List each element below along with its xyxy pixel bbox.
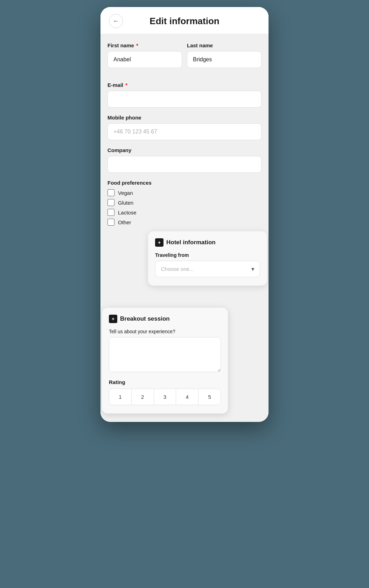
header: ← Edit information: [100, 7, 269, 34]
company-input[interactable]: [107, 156, 262, 173]
page-title: Edit information: [123, 16, 260, 27]
last-name-label: Last name: [187, 42, 262, 48]
email-label: E-mail *: [107, 82, 262, 88]
food-preferences-section: Food preferences Vegan Gluten Lactose Ot…: [107, 180, 262, 226]
back-arrow-icon: ←: [113, 18, 119, 25]
rating-5[interactable]: 5: [199, 389, 221, 405]
hotel-plus-icon: +: [155, 238, 163, 247]
gluten-label: Gluten: [118, 200, 133, 206]
first-name-input[interactable]: [107, 51, 182, 68]
rating-row: 1 2 3 4 5: [109, 389, 221, 405]
breakout-card-title: + Breakout session: [109, 315, 221, 323]
food-preferences-label: Food preferences: [107, 180, 262, 186]
hotel-card: + Hotel information Traveling from Choos…: [148, 231, 267, 286]
food-gluten-item[interactable]: Gluten: [107, 199, 262, 206]
name-row: First name * Last name: [107, 42, 262, 75]
other-label: Other: [118, 219, 131, 225]
mobile-phone-input[interactable]: [107, 123, 262, 140]
first-name-group: First name *: [107, 42, 182, 68]
experience-label: Tell us about your experience?: [109, 329, 221, 334]
last-name-input[interactable]: [187, 51, 262, 68]
traveling-from-label: Traveling from: [155, 252, 260, 258]
company-label: Company: [107, 147, 262, 153]
food-other-item[interactable]: Other: [107, 219, 262, 226]
gluten-checkbox[interactable]: [107, 199, 114, 206]
company-group: Company: [107, 147, 262, 173]
first-name-label: First name *: [107, 42, 182, 48]
email-input[interactable]: [107, 91, 262, 108]
vegan-checkbox[interactable]: [107, 189, 114, 196]
experience-textarea[interactable]: [109, 337, 221, 372]
other-checkbox[interactable]: [107, 219, 114, 226]
mobile-phone-group: Mobile phone: [107, 115, 262, 140]
rating-label: Rating: [109, 379, 221, 385]
rating-1[interactable]: 1: [109, 389, 132, 405]
hotel-card-title: + Hotel information: [155, 238, 260, 247]
food-vegan-item[interactable]: Vegan: [107, 189, 262, 196]
traveling-from-select-wrapper: Choose one... ▼: [155, 261, 260, 277]
cards-area: + Hotel information Traveling from Choos…: [107, 231, 262, 413]
lactose-checkbox[interactable]: [107, 209, 114, 216]
traveling-from-select[interactable]: Choose one...: [155, 261, 260, 277]
food-lactose-item[interactable]: Lactose: [107, 209, 262, 216]
rating-3[interactable]: 3: [154, 389, 176, 405]
last-name-group: Last name: [187, 42, 262, 68]
breakout-card: + Breakout session Tell us about your ex…: [102, 308, 228, 413]
breakout-plus-icon: +: [109, 315, 117, 323]
form-body: First name * Last name E-mail * Mobile p…: [100, 34, 269, 422]
rating-2[interactable]: 2: [132, 389, 154, 405]
mobile-phone-label: Mobile phone: [107, 115, 262, 121]
lactose-label: Lactose: [118, 210, 137, 216]
email-group: E-mail *: [107, 82, 262, 108]
rating-4[interactable]: 4: [176, 389, 199, 405]
vegan-label: Vegan: [118, 190, 133, 196]
back-button[interactable]: ←: [109, 14, 123, 28]
phone-container: ← Edit information First name * Last nam…: [100, 7, 269, 422]
